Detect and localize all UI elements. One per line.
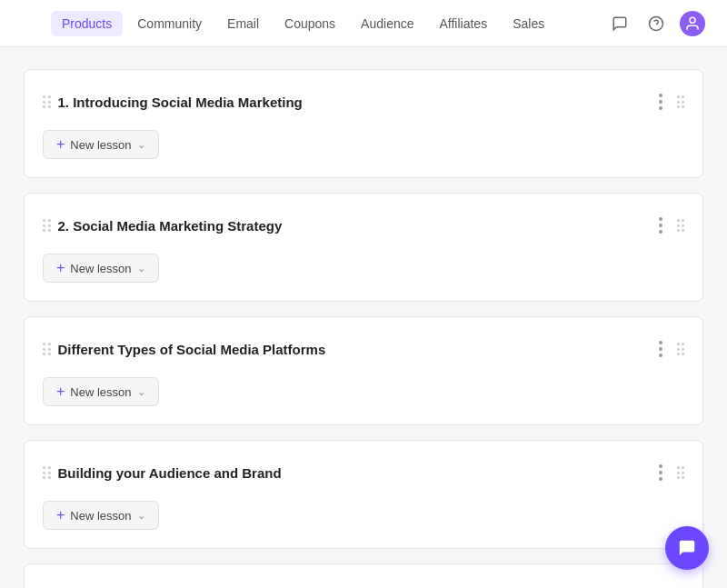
chevron-down-icon: ⌄ — [137, 386, 145, 398]
section-header: Setting up Social Profiles — [43, 583, 684, 588]
header-icons — [607, 11, 705, 36]
new-lesson-label: New lesson — [70, 138, 131, 152]
user-avatar[interactable] — [680, 11, 705, 36]
drag-handle-right[interactable] — [677, 219, 685, 232]
new-lesson-label: New lesson — [70, 509, 131, 523]
drag-handle-right[interactable] — [677, 466, 685, 479]
drag-handle-left[interactable] — [43, 219, 51, 232]
drag-handle-right[interactable] — [677, 95, 685, 108]
section-header: Building your Audience and Brand — [43, 459, 684, 486]
plus-icon: + — [56, 261, 65, 275]
section-card: Building your Audience and Brand — [24, 440, 703, 549]
new-lesson-label: New lesson — [70, 385, 131, 399]
section-lessons: + New lesson ⌄ — [43, 501, 684, 530]
drag-handle-left[interactable] — [43, 466, 51, 479]
new-lesson-button[interactable]: + New lesson ⌄ — [43, 501, 159, 530]
section-actions — [650, 459, 685, 486]
section-actions — [650, 88, 685, 115]
nav-item-affiliates[interactable]: Affiliates — [429, 11, 499, 36]
section-card: Setting up Social Profiles + — [24, 563, 703, 588]
plus-icon: + — [56, 384, 65, 399]
section-card: Different Types of Social Media Platform… — [24, 316, 703, 425]
chevron-down-icon: ⌄ — [137, 139, 145, 151]
nav-item-community[interactable]: Community — [126, 11, 213, 36]
nav-item-products[interactable]: Products — [51, 11, 123, 36]
section-lessons: + New lesson ⌄ — [43, 254, 684, 283]
section-menu-button[interactable] — [650, 335, 672, 363]
section-menu-button[interactable] — [650, 459, 672, 486]
nav-item-audience[interactable]: Audience — [350, 11, 424, 36]
section-menu-button[interactable] — [650, 88, 672, 115]
new-lesson-button[interactable]: + New lesson ⌄ — [43, 377, 159, 406]
nav-item-coupons[interactable]: Coupons — [274, 11, 346, 36]
section-title: Different Types of Social Media Platform… — [58, 342, 650, 357]
section-title: Building your Audience and Brand — [58, 465, 650, 481]
new-lesson-button[interactable]: + New lesson ⌄ — [43, 254, 159, 283]
section-title: 1. Introducing Social Media Marketing — [58, 95, 650, 110]
drag-handle-left[interactable] — [43, 343, 51, 355]
main-nav: ProductsCommunityEmailCouponsAudienceAff… — [51, 11, 607, 36]
plus-icon: + — [56, 508, 65, 523]
help-icon[interactable] — [643, 11, 669, 36]
section-header: 1. Introducing Social Media Marketing — [43, 88, 684, 115]
header: ProductsCommunityEmailCouponsAudienceAff… — [0, 0, 727, 47]
support-chat-bubble[interactable] — [665, 526, 709, 570]
section-title: 2. Social Media Marketing Strategy — [58, 218, 650, 234]
section-card: 2. Social Media Marketing Strategy — [24, 193, 703, 302]
new-lesson-label: New lesson — [70, 262, 131, 275]
section-header: Different Types of Social Media Platform… — [43, 335, 684, 363]
svg-point-2 — [690, 17, 695, 23]
drag-handle-left[interactable] — [43, 95, 51, 108]
chevron-down-icon: ⌄ — [137, 510, 145, 522]
nav-item-sales[interactable]: Sales — [502, 11, 555, 36]
chevron-down-icon: ⌄ — [137, 263, 145, 274]
nav-item-email[interactable]: Email — [216, 11, 270, 36]
section-actions — [650, 335, 685, 363]
plus-icon: + — [56, 137, 65, 152]
section-actions — [650, 212, 685, 239]
section-actions — [650, 583, 685, 588]
section-lessons: + New lesson ⌄ — [43, 377, 684, 406]
section-menu-button[interactable] — [650, 583, 672, 588]
section-menu-button[interactable] — [650, 212, 672, 239]
main-content: 1. Introducing Social Media Marketing — [9, 69, 718, 588]
chat-icon[interactable] — [607, 11, 632, 36]
new-lesson-button[interactable]: + New lesson ⌄ — [43, 130, 159, 159]
section-header: 2. Social Media Marketing Strategy — [43, 212, 684, 239]
section-card: 1. Introducing Social Media Marketing — [24, 69, 703, 178]
drag-handle-right[interactable] — [677, 343, 685, 355]
section-lessons: + New lesson ⌄ — [43, 130, 684, 159]
